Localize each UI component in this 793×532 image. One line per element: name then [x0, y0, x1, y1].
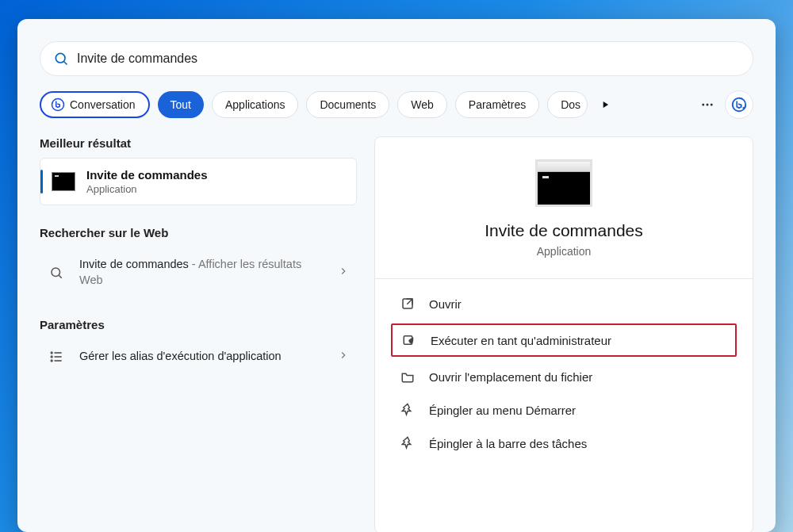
- pin-icon: [400, 403, 415, 417]
- app-icon-large: [535, 159, 592, 207]
- filter-conversation-label: Conversation: [70, 98, 136, 111]
- svg-point-12: [51, 356, 52, 358]
- svg-point-2: [52, 99, 64, 111]
- filter-all[interactable]: Tout: [158, 91, 204, 118]
- action-pin-taskbar[interactable]: Épingler à la barre des tâches: [394, 427, 734, 460]
- web-search-header: Rechercher sur le Web: [40, 226, 357, 239]
- action-run-as-admin[interactable]: Exécuter en tant qu'administrateur: [391, 323, 737, 357]
- scroll-right-icon[interactable]: [596, 95, 615, 114]
- svg-point-0: [56, 53, 65, 63]
- preview-title: Invite de commandes: [485, 221, 643, 240]
- list-icon: [48, 349, 64, 365]
- svg-point-4: [707, 104, 709, 106]
- action-open-location[interactable]: Ouvrir l'emplacement du fichier: [394, 360, 734, 393]
- settings-result-item[interactable]: Gérer les alias d'exécution d'applicatio…: [40, 339, 357, 374]
- svg-point-11: [51, 352, 52, 354]
- action-open-label: Ouvrir: [429, 297, 462, 311]
- filter-settings[interactable]: Paramètres: [455, 91, 539, 118]
- action-open-location-label: Ouvrir l'emplacement du fichier: [429, 370, 592, 384]
- filter-row: Conversation Tout Applications Documents…: [40, 90, 753, 119]
- open-icon: [400, 297, 415, 311]
- action-pin-taskbar-label: Épingler à la barre des tâches: [429, 437, 587, 450]
- best-result-title: Invite de commandes: [86, 168, 208, 182]
- search-input[interactable]: [77, 52, 740, 66]
- web-result-item[interactable]: Invite de commandes - Afficher les résul…: [40, 247, 357, 297]
- filter-more-cut[interactable]: Dos: [547, 91, 588, 118]
- filter-web[interactable]: Web: [397, 91, 447, 118]
- web-result-label: Invite de commandes - Afficher les résul…: [79, 257, 327, 288]
- action-open[interactable]: Ouvrir: [394, 287, 734, 320]
- search-icon: [49, 266, 63, 280]
- more-options-icon[interactable]: [698, 95, 717, 114]
- svg-point-13: [51, 360, 52, 362]
- search-window: Conversation Tout Applications Documents…: [17, 19, 776, 532]
- settings-result-label: Gérer les alias d'exécution d'applicatio…: [79, 349, 327, 365]
- divider: [375, 278, 753, 279]
- svg-line-15: [407, 299, 412, 304]
- filter-conversation[interactable]: Conversation: [40, 91, 150, 118]
- results-column: Meilleur résultat Invite de commandes Ap…: [40, 136, 357, 532]
- search-bar[interactable]: [40, 41, 753, 76]
- best-result-subtitle: Application: [86, 183, 208, 195]
- best-result-header: Meilleur résultat: [40, 136, 357, 150]
- cmd-icon: [52, 172, 75, 191]
- best-result-item[interactable]: Invite de commandes Application: [40, 158, 357, 205]
- action-pin-start-label: Épingler au menu Démarrer: [429, 404, 576, 417]
- chevron-right-icon: [338, 350, 349, 364]
- svg-point-5: [711, 104, 713, 106]
- filter-documents[interactable]: Documents: [306, 91, 389, 118]
- svg-point-3: [702, 104, 704, 106]
- svg-line-1: [64, 62, 67, 65]
- filter-apps[interactable]: Applications: [212, 91, 299, 118]
- action-pin-start[interactable]: Épingler au menu Démarrer: [394, 393, 734, 427]
- bing-chat-icon: [730, 96, 748, 113]
- bing-chat-button[interactable]: [725, 90, 753, 119]
- chevron-right-icon: [338, 266, 349, 280]
- action-run-as-admin-label: Exécuter en tant qu'administrateur: [431, 334, 611, 347]
- bing-b-icon: [51, 98, 65, 112]
- settings-header: Paramètres: [40, 318, 357, 331]
- preview-panel: Invite de commandes Application Ouvrir E…: [374, 136, 753, 532]
- search-icon: [53, 51, 69, 67]
- shield-admin-icon: [402, 333, 416, 347]
- svg-line-7: [59, 275, 61, 277]
- svg-point-6: [52, 268, 60, 277]
- folder-icon: [400, 369, 415, 384]
- preview-subtitle: Application: [537, 245, 592, 258]
- pin-icon: [400, 436, 415, 450]
